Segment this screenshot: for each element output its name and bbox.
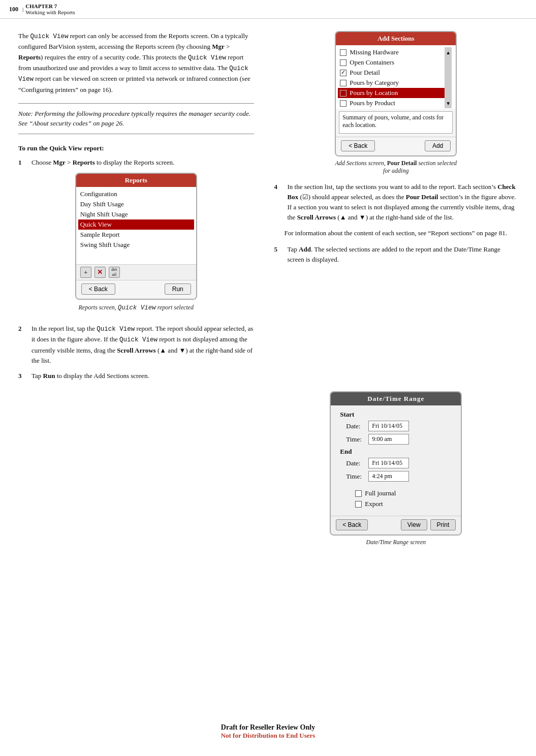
datetime-right-buttons: View Print <box>401 519 456 530</box>
section-title: Working with Reports <box>25 9 75 15</box>
step4-checkbox-bold: Check Box <box>288 183 516 201</box>
section-open-containers: Open Containers <box>340 57 445 68</box>
step1-mgr-bold: Mgr <box>53 159 66 166</box>
step-3-num: 3 <box>18 371 28 381</box>
scroll-up-icon[interactable] <box>446 48 451 56</box>
step-5-text: Tap Add. The selected sections are added… <box>288 244 518 265</box>
full-journal-checkbox[interactable] <box>355 490 362 497</box>
missing-hardware-checkbox[interactable] <box>340 49 346 56</box>
pours-by-location-label: Pours by Location <box>350 89 398 97</box>
section-description: Summary of pours, volume, and costs for … <box>339 111 453 134</box>
end-date-input[interactable]: Fri 10/14/05 <box>368 458 409 468</box>
section-pours-by-category: Pours by Category <box>340 78 445 88</box>
reports-item-configuration: Configuration <box>80 189 192 199</box>
step4-pourdetail-bold: Pour Detail <box>406 193 438 201</box>
add-sections-back-button[interactable]: < Back <box>341 140 375 151</box>
step2-mono: Quick View <box>97 326 135 333</box>
page-wrapper: 100 | CHAPTER 7 Working with Reports The… <box>0 0 536 756</box>
step-1-num: 1 <box>18 158 28 168</box>
bottom-area: Date/Time Range Start Date: Fri 10/14/05… <box>0 391 536 553</box>
start-time-label: Time: <box>346 435 368 444</box>
datetime-view-button[interactable]: View <box>401 519 427 530</box>
step3-run-bold: Run <box>43 372 55 380</box>
datetime-print-button[interactable]: Print <box>430 519 456 530</box>
add-sections-footer: < Back Add <box>336 137 456 155</box>
reports-screen-body: Configuration Day Shift Usage Night Shif… <box>76 187 196 264</box>
start-date-label: Date: <box>346 422 368 430</box>
step2-scroll-bold: Scroll Arrows <box>117 346 155 354</box>
scroll-down-icon[interactable] <box>446 99 451 107</box>
pours-by-category-label: Pours by Category <box>350 79 399 87</box>
datetime-caption: Date/Time Range screen <box>335 539 457 546</box>
pour-detail-label: Pour Detail <box>350 69 380 77</box>
reports-item-quickview: Quick View <box>78 219 194 230</box>
detail-icon[interactable]: detail <box>109 267 120 278</box>
reports-run-button[interactable]: Run <box>165 284 191 295</box>
export-checkbox[interactable] <box>355 501 362 508</box>
reports-screen-caption: Reports screen, Quick View report select… <box>75 304 197 311</box>
start-date-input[interactable]: Fri 10/14/05 <box>368 421 409 431</box>
page-number: 100 <box>9 6 18 13</box>
reports-screen-title: Reports <box>76 174 196 187</box>
footer-sub: Not for Distribution to End Users <box>0 732 536 740</box>
add-icon[interactable]: + <box>80 267 91 278</box>
missing-hardware-label: Missing Hardware <box>350 48 398 56</box>
step-2-num: 2 <box>18 324 28 366</box>
open-containers-checkbox[interactable] <box>340 59 346 66</box>
end-date-row: Date: Fri 10/14/05 <box>346 458 452 468</box>
reports-back-button[interactable]: < Back <box>81 284 115 295</box>
page-header: 100 | CHAPTER 7 Working with Reports <box>0 0 536 19</box>
pours-by-product-checkbox[interactable] <box>340 100 346 107</box>
step-2: 2 In the report list, tap the Quick View… <box>18 324 254 366</box>
start-date-row: Date: Fri 10/14/05 <box>346 421 452 431</box>
datetime-footer: < Back View Print <box>331 516 461 534</box>
pours-by-product-label: Pours by Product <box>350 99 395 107</box>
reports-item-swingshift: Swing Shift Usage <box>80 240 192 250</box>
start-time-input[interactable]: 9:00 am <box>368 434 409 445</box>
reports-caption-mono: Quick View <box>118 304 156 311</box>
intro-paragraph: The Quick View report can only be access… <box>18 31 254 95</box>
section-missing-hardware: Missing Hardware <box>340 47 445 57</box>
step-2-text: In the report list, tap the Quick View r… <box>31 324 254 366</box>
datetime-screen: Date/Time Range Start Date: Fri 10/14/05… <box>330 391 462 536</box>
end-time-label: Time: <box>346 472 368 481</box>
add-sections-list: Missing Hardware Open Containers Pour De… <box>340 47 445 108</box>
reports-footer: < Back Run <box>76 280 196 299</box>
end-label: End <box>340 448 452 456</box>
step-1-text: Choose Mgr > Reports to display the Repo… <box>31 158 174 168</box>
start-time-row: Time: 9:00 am <box>346 434 452 445</box>
step-5: 5 Tap Add. The selected sections are add… <box>274 244 518 265</box>
right-column: Add Sections Missing Hardware Open Conta… <box>268 31 518 386</box>
step-4-num: 4 <box>274 182 285 223</box>
reports-item-dayshift: Day Shift Usage <box>80 199 192 209</box>
datetime-back-button[interactable]: < Back <box>336 519 368 530</box>
reports-bold: Reports <box>18 53 41 61</box>
step1-reports-bold: Reports <box>73 159 95 166</box>
full-journal-label: Full journal <box>365 489 396 497</box>
add-sections-caption-text: Add Sections screen, Pour Detail section… <box>335 160 457 174</box>
end-date-label: Date: <box>346 459 368 467</box>
step-1: 1 Choose Mgr > Reports to display the Re… <box>18 158 254 168</box>
export-row: Export <box>355 500 452 508</box>
section-pours-by-location: Pours by Location <box>338 88 447 98</box>
pours-by-category-checkbox[interactable] <box>340 80 346 86</box>
add-sections-scrollbar <box>445 47 452 108</box>
datetime-caption-text: Date/Time Range screen <box>366 539 426 546</box>
pours-by-location-checkbox[interactable] <box>340 90 346 97</box>
procedure-heading: To run the Quick View report: <box>18 144 254 152</box>
full-journal-row: Full journal <box>355 489 452 497</box>
end-time-row: Time: 4:24 pm <box>346 471 452 482</box>
reports-screen: Reports Configuration Day Shift Usage Ni… <box>75 173 197 300</box>
end-time-input[interactable]: 4:24 pm <box>368 471 409 482</box>
quickview-mono-1: Quick View <box>30 33 68 40</box>
reports-item-nightshift: Night Shift Usage <box>80 209 192 219</box>
for-info-text: For information about the content of eac… <box>285 228 518 238</box>
delete-icon[interactable]: ✕ <box>94 267 106 278</box>
step-4-block: 4 In the section list, tap the sections … <box>274 182 518 238</box>
add-sections-add-button[interactable]: Add <box>425 140 451 151</box>
start-label: Start <box>340 411 452 419</box>
chapter-title: CHAPTER 7 <box>25 3 75 9</box>
pour-detail-checkbox[interactable] <box>340 70 346 76</box>
step-3-text: Tap Run to display the Add Sections scre… <box>31 371 149 381</box>
pour-detail-caption-bold: Pour Detail <box>387 160 417 167</box>
